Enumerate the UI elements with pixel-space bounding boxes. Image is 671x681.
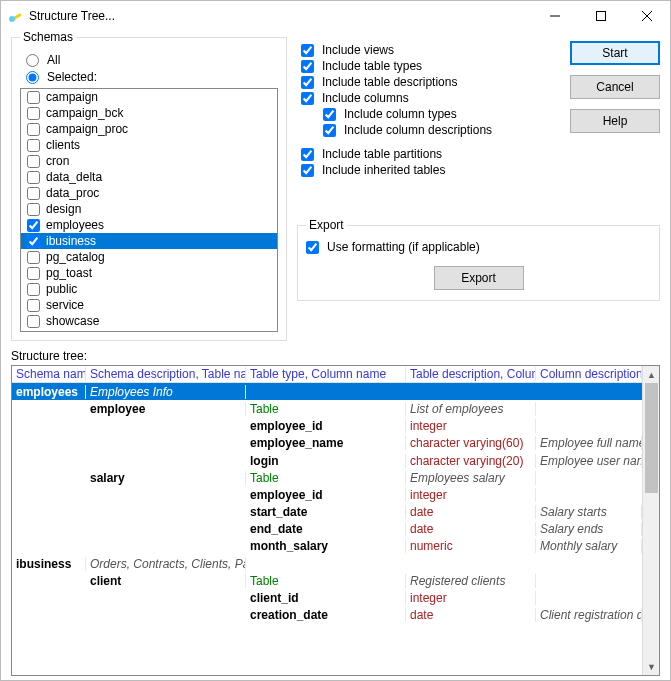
column-header[interactable]: Table description, Column type xyxy=(406,367,536,381)
list-item-checkbox[interactable] xyxy=(27,235,40,248)
column-header[interactable]: Schema description, Table name xyxy=(86,367,246,381)
list-item[interactable]: campaign_bck xyxy=(21,105,277,121)
close-button[interactable] xyxy=(624,1,670,31)
content: Schemas All Selected: campaigncampaign_b… xyxy=(1,31,670,680)
list-item-checkbox[interactable] xyxy=(27,331,40,333)
tree-grid[interactable]: Schema nameSchema description, Table nam… xyxy=(12,366,642,675)
list-item-label: data_proc xyxy=(46,186,99,200)
cell-text: client_id xyxy=(250,591,299,605)
ck-include-columns[interactable]: Include columns xyxy=(301,91,556,105)
table-row[interactable]: logincharacter varying(20)Employee user … xyxy=(12,452,642,469)
radio-selected[interactable]: Selected: xyxy=(24,70,274,84)
ck-include-partitions[interactable]: Include table partitions xyxy=(301,147,556,161)
cell-text: date xyxy=(410,522,433,536)
schemas-legend: Schemas xyxy=(20,30,76,44)
list-item-checkbox[interactable] xyxy=(27,219,40,232)
cell-text: client xyxy=(90,574,121,588)
tree-scrollbar[interactable]: ▲ ▼ xyxy=(642,366,659,675)
table-row[interactable]: ibusinessOrders, Contracts, Clients, Pay… xyxy=(12,555,642,572)
action-buttons: Start Cancel Help xyxy=(570,37,660,179)
list-item-checkbox[interactable] xyxy=(27,91,40,104)
cell: Employee full name xyxy=(536,436,642,450)
ck-include-table-types[interactable]: Include table types xyxy=(301,59,556,73)
ck-use-formatting[interactable]: Use formatting (if applicable) xyxy=(306,240,651,254)
table-row[interactable]: salaryTableEmployees salary xyxy=(12,469,642,486)
tree-header[interactable]: Schema nameSchema description, Table nam… xyxy=(12,366,642,383)
cell: Employees salary xyxy=(406,471,536,485)
cell: start_date xyxy=(246,505,406,519)
list-item[interactable]: ibusiness xyxy=(21,233,277,249)
table-row[interactable]: month_salarynumericMonthly salary xyxy=(12,538,642,555)
list-item[interactable]: public xyxy=(21,281,277,297)
minimize-button[interactable] xyxy=(532,1,578,31)
list-item[interactable]: service xyxy=(21,297,277,313)
cell: employees xyxy=(12,385,86,399)
cell: Employee user name xyxy=(536,454,642,468)
table-row[interactable]: employee_idinteger xyxy=(12,418,642,435)
list-item[interactable]: stage xyxy=(21,329,277,332)
table-row[interactable]: employee_idinteger xyxy=(12,486,642,503)
table-row[interactable]: end_datedateSalary ends xyxy=(12,521,642,538)
list-item-checkbox[interactable] xyxy=(27,315,40,328)
scroll-up-icon[interactable]: ▲ xyxy=(643,366,660,383)
export-button[interactable]: Export xyxy=(434,266,524,290)
list-item-checkbox[interactable] xyxy=(27,283,40,296)
list-item-checkbox[interactable] xyxy=(27,267,40,280)
cell-text: integer xyxy=(410,488,447,502)
cell: date xyxy=(406,522,536,536)
list-item[interactable]: campaign xyxy=(21,89,277,105)
table-row[interactable]: start_datedateSalary starts xyxy=(12,504,642,521)
options-checks: Include views Include table types Includ… xyxy=(297,37,560,179)
list-item-checkbox[interactable] xyxy=(27,107,40,120)
list-item[interactable]: showcase xyxy=(21,313,277,329)
list-item-checkbox[interactable] xyxy=(27,139,40,152)
table-row[interactable]: client_idinteger xyxy=(12,589,642,606)
scroll-thumb[interactable] xyxy=(645,383,658,493)
cell-text: Employee user name xyxy=(540,454,642,468)
cell: creation_date xyxy=(246,608,406,622)
list-item-checkbox[interactable] xyxy=(27,171,40,184)
list-item-checkbox[interactable] xyxy=(27,251,40,264)
ck-include-views[interactable]: Include views xyxy=(301,43,556,57)
list-item-checkbox[interactable] xyxy=(27,123,40,136)
list-item-checkbox[interactable] xyxy=(27,299,40,312)
table-row[interactable]: employeesEmployees Info xyxy=(12,383,642,400)
maximize-button[interactable] xyxy=(578,1,624,31)
table-row[interactable]: clientTableRegistered clients xyxy=(12,572,642,589)
cancel-button[interactable]: Cancel xyxy=(570,75,660,99)
ck-include-table-desc[interactable]: Include table descriptions xyxy=(301,75,556,89)
scroll-down-icon[interactable]: ▼ xyxy=(643,658,660,675)
table-row[interactable]: creation_datedateClient registration dat… xyxy=(12,607,642,624)
column-header[interactable]: Schema name xyxy=(12,367,86,381)
radio-all[interactable]: All xyxy=(24,53,274,67)
list-item[interactable]: pg_toast xyxy=(21,265,277,281)
table-row[interactable]: employee_namecharacter varying(60)Employ… xyxy=(12,435,642,452)
schema-list[interactable]: campaigncampaign_bckcampaign_procclients… xyxy=(20,88,278,332)
titlebar[interactable]: Structure Tree... xyxy=(1,1,670,31)
list-item-checkbox[interactable] xyxy=(27,203,40,216)
structure-tree: Schema nameSchema description, Table nam… xyxy=(11,365,660,676)
list-item-checkbox[interactable] xyxy=(27,155,40,168)
ck-include-col-desc[interactable]: Include column descriptions xyxy=(323,123,556,137)
list-item[interactable]: employees xyxy=(21,217,277,233)
list-item[interactable]: data_proc xyxy=(21,185,277,201)
ck-include-col-types[interactable]: Include column types xyxy=(323,107,556,121)
list-item-label: showcase xyxy=(46,314,99,328)
list-item[interactable]: cron xyxy=(21,153,277,169)
list-item[interactable]: clients xyxy=(21,137,277,153)
start-button[interactable]: Start xyxy=(570,41,660,65)
cell: numeric xyxy=(406,539,536,553)
cell-text: List of employees xyxy=(410,402,503,416)
list-item[interactable]: data_delta xyxy=(21,169,277,185)
ck-include-inherited[interactable]: Include inherited tables xyxy=(301,163,556,177)
cell-text: Monthly salary xyxy=(540,539,617,553)
column-header[interactable]: Table type, Column name xyxy=(246,367,406,381)
cell: Client registration date xyxy=(536,608,642,622)
table-row[interactable]: employeeTableList of employees xyxy=(12,400,642,417)
help-button[interactable]: Help xyxy=(570,109,660,133)
list-item-checkbox[interactable] xyxy=(27,187,40,200)
list-item[interactable]: pg_catalog xyxy=(21,249,277,265)
column-header[interactable]: Column description xyxy=(536,367,642,381)
list-item[interactable]: campaign_proc xyxy=(21,121,277,137)
list-item[interactable]: design xyxy=(21,201,277,217)
